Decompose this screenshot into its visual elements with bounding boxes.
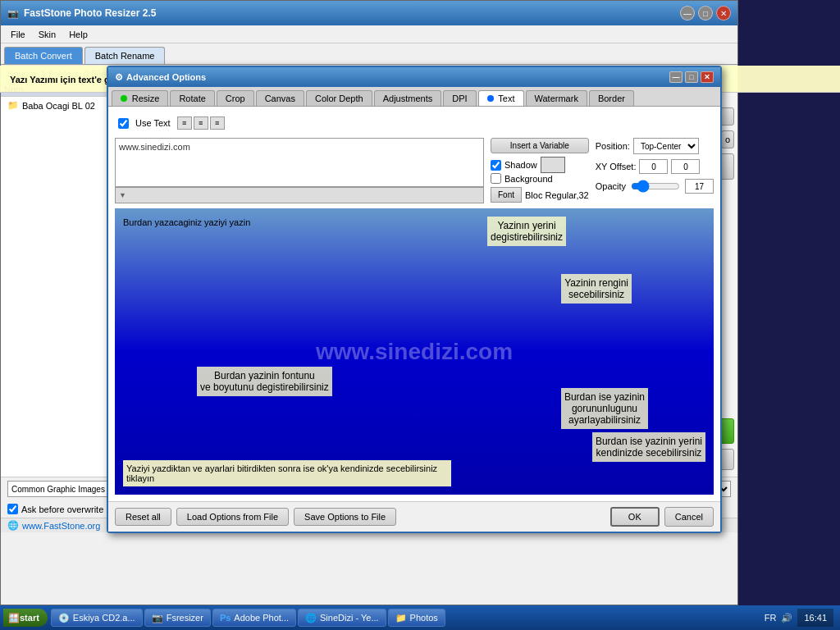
text-tab-label: Text [498, 94, 514, 103]
taskbar-item-3[interactable]: 🌐 SineDizi - Ye... [298, 609, 386, 627]
preview-area: www.sinedizi.com Burdan yazacaginiz yazi… [115, 208, 714, 495]
align-center-button[interactable]: ≡ [194, 116, 208, 130]
use-text-checkbox[interactable] [118, 118, 129, 129]
folder-icon: 📁 [7, 100, 19, 111]
dialog-close-button[interactable]: ✕ [701, 71, 714, 83]
taskbar-label-1: Fsresizer [167, 613, 203, 623]
resize-tab-dot [121, 95, 127, 102]
ok-button[interactable]: OK [610, 507, 660, 527]
minimize-button[interactable]: — [680, 6, 695, 21]
insert-variable-button[interactable]: Insert a Variable [491, 138, 589, 153]
text-input-wrapper: www.sinedizi.com ▼ [115, 138, 484, 203]
dialog-tab-resize[interactable]: Resize [112, 90, 168, 106]
dialog-tab-dpi[interactable]: DPI [443, 90, 476, 106]
taskbar-icon-2: Ps [220, 613, 231, 623]
file-item-name: Baba Ocagi BL 02 [22, 101, 95, 111]
xy-y-input[interactable] [671, 159, 700, 174]
text-edit-area[interactable]: www.sinedizi.com [115, 138, 484, 187]
menu-bar: File Skin Help [1, 25, 737, 43]
annotation-text-input: Burdan yazacaginiz yaziyi yazin [123, 217, 250, 228]
tab-batch-rename[interactable]: Batch Rename [84, 47, 166, 64]
taskbar-icon-1: 📷 [152, 613, 163, 623]
dialog-tab-bar: Resize Rotate Crop Canvas Color Depth Ad… [108, 87, 720, 107]
text-input-area: www.sinedizi.com ▼ Insert a Variable Sha… [115, 138, 714, 203]
taskbar: 🪟 start 💿 Eskiya CD2.a... 📷 Fsresizer Ps… [0, 605, 840, 630]
taskbar-item-2[interactable]: Ps Adobe Phot... [212, 609, 296, 627]
dialog-tab-color-depth[interactable]: Color Depth [306, 90, 372, 106]
shadow-label: Shadow [504, 160, 537, 170]
menu-skin[interactable]: Skin [32, 28, 62, 41]
menu-help[interactable]: Help [62, 28, 94, 41]
dialog-tab-rotate[interactable]: Rotate [170, 90, 214, 106]
use-text-row: Use Text ≡ ≡ ≡ [115, 113, 714, 133]
dialog-bottom-right: OK Cancel [610, 507, 714, 527]
taskbar-icon-3: 🌐 [305, 613, 317, 623]
resize-tab-label: Resize [132, 94, 160, 103]
preview-watermark: www.sinedizi.com [316, 339, 513, 365]
cancel-button[interactable]: Cancel [664, 507, 714, 527]
system-icons: 🔊 [781, 613, 792, 623]
file-item-folder[interactable]: 📁 Baba Ocagi BL 02 [1, 97, 115, 114]
watermark-tab-label: Watermark [535, 94, 578, 103]
title-bar: 📷 FastStone Photo Resizer 2.5 — □ ✕ [1, 1, 737, 25]
taskbar-label-4: Photos [410, 613, 438, 623]
background-checkbox[interactable] [491, 173, 501, 184]
dialog-tab-crop[interactable]: Crop [217, 90, 254, 106]
border-tab-label: Border [598, 94, 625, 103]
app-icon: 📷 [7, 8, 19, 19]
font-row: Font Bloc Regular,32 [491, 187, 589, 203]
annotation-opacity: Burdan ise yaziningorununlugunuayarlayab… [561, 388, 648, 429]
tab-batch-convert[interactable]: Batch Convert [4, 47, 83, 64]
position-select[interactable]: Top-Center [633, 138, 699, 154]
shadow-row: Shadow [491, 157, 589, 173]
dialog-tab-watermark[interactable]: Watermark [526, 90, 587, 106]
dialog-tab-canvas[interactable]: Canvas [256, 90, 304, 106]
dialog-tab-adjustments[interactable]: Adjustments [374, 90, 442, 106]
overwrite-checkbox[interactable] [7, 504, 18, 514]
dpi-tab-label: DPI [452, 94, 467, 103]
reset-all-button[interactable]: Reset all [115, 508, 171, 526]
taskbar-item-4[interactable]: 📁 Photos [388, 609, 445, 627]
rotate-tab-label: Rotate [179, 94, 205, 103]
font-button[interactable]: Font [491, 187, 522, 203]
overwrite-label: Ask before overwrite [21, 504, 103, 514]
taskbar-lang: FR [765, 613, 777, 623]
dialog-tab-border[interactable]: Border [589, 90, 634, 106]
taskbar-label-3: SineDizi - Ye... [320, 613, 379, 623]
xy-label: XY Offset: [596, 162, 637, 171]
opacity-slider[interactable] [631, 180, 680, 193]
position-opacity-controls: Position: Top-Center XY Offset: Opacity [596, 138, 714, 203]
shadow-bg-section: Shadow Background [491, 157, 589, 184]
main-tab-bar: Batch Convert Batch Rename [1, 43, 737, 65]
taskbar-label-0: Eskiya CD2.a... [73, 613, 135, 623]
taskbar-right: FR 🔊 16:41 [761, 609, 837, 627]
taskbar-item-0[interactable]: 💿 Eskiya CD2.a... [51, 609, 143, 627]
shadow-checkbox[interactable] [491, 160, 501, 171]
crop-tab-label: Crop [226, 94, 245, 103]
dialog-maximize-button[interactable]: □ [685, 71, 698, 83]
use-text-label: Use Text [135, 118, 171, 128]
xy-x-input[interactable] [639, 159, 668, 174]
start-button[interactable]: 🪟 start [3, 609, 48, 627]
align-left-button[interactable]: ≡ [177, 116, 192, 130]
file-panel: Nom ▲ 📁 Baba Ocagi BL 02 [1, 83, 116, 477]
text-scroll-indicator: ▼ [115, 187, 484, 203]
select-extra-button[interactable]: o [721, 130, 734, 148]
xy-offset-row: XY Offset: [596, 159, 714, 174]
load-options-button[interactable]: Load Options from File [176, 508, 289, 526]
advanced-options-dialog: ⚙ Advanced Options — □ ✕ Resize Rotate C… [107, 66, 722, 533]
window-close-button[interactable]: ✕ [716, 6, 731, 21]
dialog-tab-text[interactable]: Text [478, 90, 524, 106]
website-link[interactable]: www.FastStone.org [22, 521, 100, 531]
menu-file[interactable]: File [4, 28, 32, 41]
dialog-title-text: Advanced Options [126, 72, 206, 82]
opacity-value-input[interactable] [685, 179, 714, 194]
taskbar-item-1[interactable]: 📷 Fsresizer [144, 609, 211, 627]
align-right-button[interactable]: ≡ [210, 116, 225, 130]
maximize-button[interactable]: □ [698, 6, 713, 21]
shadow-color-box[interactable] [541, 157, 565, 173]
text-tab-dot [487, 95, 494, 102]
save-options-button[interactable]: Save Options to File [294, 508, 396, 526]
dialog-minimize-button[interactable]: — [669, 71, 682, 83]
align-buttons: ≡ ≡ ≡ [177, 116, 225, 130]
